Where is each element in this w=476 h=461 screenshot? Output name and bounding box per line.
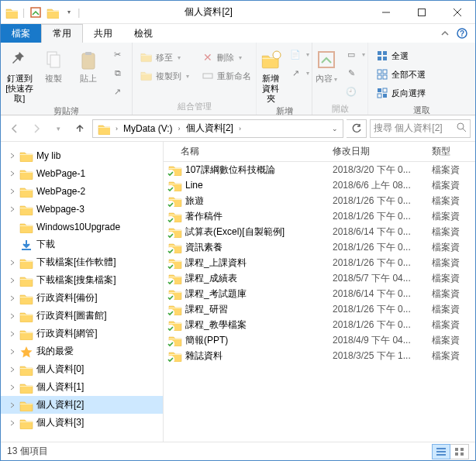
chevron-right-icon[interactable]: ›: [176, 125, 183, 132]
copy-path-button[interactable]: ⧉: [109, 64, 127, 81]
tree-expander-icon[interactable]: [7, 329, 18, 339]
select-all-button[interactable]: 全選: [373, 47, 429, 64]
collapse-ribbon-icon[interactable]: [438, 26, 452, 40]
tree-expander-icon[interactable]: [7, 293, 18, 304]
breadcrumb[interactable]: › MyData (V:) › 個人資料[2] › ⌄: [92, 119, 343, 138]
large-icons-view-button[interactable]: [450, 444, 469, 459]
tab-view[interactable]: 檢視: [123, 24, 164, 43]
pin-to-quick-access-button[interactable]: 釘選到 [快速存取]: [2, 44, 36, 104]
tree-item[interactable]: 下載檔案[佳作軟體]: [1, 253, 163, 271]
cut-button[interactable]: ✂: [109, 46, 127, 63]
easy-access-button[interactable]: ↗▾: [286, 64, 312, 81]
file-date: 2018/4/9 下午 04...: [326, 334, 426, 347]
breadcrumb-segment[interactable]: MyData (V:): [120, 120, 176, 137]
file-row[interactable]: 旅遊2018/1/26 下午 0...檔案資: [164, 193, 475, 208]
delete-button[interactable]: ✕刪除▾: [198, 49, 254, 66]
tree-item[interactable]: 個人資料[1]: [1, 378, 163, 396]
tree-expander-icon[interactable]: [7, 382, 18, 393]
forward-button[interactable]: [27, 119, 46, 138]
rename-button[interactable]: 重新命名: [198, 67, 254, 84]
tab-home[interactable]: 常用: [41, 24, 83, 43]
move-to-button[interactable]: 移至▾: [137, 49, 192, 66]
file-row[interactable]: 課程_研習2018/1/26 下午 0...檔案資: [164, 301, 475, 317]
help-icon[interactable]: ?: [455, 26, 469, 40]
tree-item[interactable]: My lib: [1, 146, 163, 164]
tree-expander-icon[interactable]: [7, 168, 18, 179]
tree-expander-icon[interactable]: [7, 418, 18, 428]
column-name[interactable]: 名稱: [164, 145, 326, 158]
refresh-button[interactable]: [347, 119, 367, 138]
tree-expander-icon[interactable]: [7, 400, 18, 411]
new-item-button[interactable]: 📄▾: [286, 46, 312, 63]
tree-expander-icon[interactable]: [7, 257, 18, 268]
back-button[interactable]: [5, 119, 24, 138]
breadcrumb-dropdown-icon[interactable]: ⌄: [329, 120, 341, 137]
copy-button[interactable]: 複製: [36, 44, 71, 84]
tab-file[interactable]: 檔案: [1, 24, 41, 43]
tree-expander-icon[interactable]: [7, 364, 18, 375]
tree-expander-icon[interactable]: [7, 204, 18, 215]
tree-expander-icon[interactable]: [7, 275, 18, 286]
chevron-right-icon[interactable]: ›: [113, 125, 120, 132]
tree-item[interactable]: 行政資料[備份]: [1, 289, 163, 307]
tree-item[interactable]: 下載: [1, 236, 163, 253]
tree-expander-icon[interactable]: [7, 186, 18, 197]
file-row[interactable]: 簡報(PPT)2018/4/9 下午 04...檔案資: [164, 332, 475, 348]
file-row[interactable]: 課程_成績表2018/5/7 下午 04...檔案資: [164, 270, 475, 286]
tree-item[interactable]: 行政資料[圖書館]: [1, 307, 163, 325]
tree-expander-icon[interactable]: [7, 346, 18, 357]
close-button[interactable]: [440, 1, 475, 24]
edit-button[interactable]: ✎: [342, 64, 368, 81]
tab-share[interactable]: 共用: [83, 24, 123, 43]
details-view-button[interactable]: [432, 444, 450, 459]
tree-item[interactable]: 個人資料[3]: [1, 414, 163, 432]
new-folder-button[interactable]: 新增 資料夾: [258, 44, 283, 104]
select-none-button[interactable]: 全部不選: [373, 66, 429, 83]
column-date[interactable]: 修改日期: [326, 145, 426, 158]
tree-item[interactable]: WebPage-1: [1, 164, 163, 182]
paste-shortcut-button[interactable]: ↗: [109, 83, 127, 100]
tree-item[interactable]: 個人資料[2]: [1, 396, 163, 414]
folder-qat-icon[interactable]: [47, 6, 59, 19]
tree-item[interactable]: 個人資料[0]: [1, 360, 163, 378]
file-row[interactable]: 雜誌資料2018/3/25 下午 1...檔案資: [164, 348, 475, 363]
chevron-right-icon[interactable]: ›: [236, 125, 243, 132]
file-row[interactable]: 課程_考試題庫2018/6/14 下午 0...檔案資: [164, 286, 475, 301]
file-row[interactable]: 資訊素養2018/1/26 下午 0...檔案資: [164, 239, 475, 255]
column-type[interactable]: 類型: [426, 145, 475, 158]
file-row[interactable]: 107課綱數位科技概論2018/3/20 下午 0...檔案資: [164, 162, 475, 177]
invert-selection-button[interactable]: 反向選擇: [373, 84, 429, 101]
tree-expander-icon[interactable]: [7, 311, 18, 322]
file-row[interactable]: 著作稿件2018/1/26 下午 0...檔案資: [164, 208, 475, 224]
tree-item[interactable]: Windows10Upgrade: [1, 218, 163, 236]
file-row[interactable]: 課程_教學檔案2018/1/26 下午 0...檔案資: [164, 317, 475, 332]
file-list[interactable]: 107課綱數位科技概論2018/3/20 下午 0...檔案資Line2018/…: [164, 162, 475, 442]
breadcrumb-segment[interactable]: 個人資料[2]: [183, 120, 236, 137]
search-input[interactable]: 搜尋 個人資料[2]: [370, 119, 471, 138]
open-button[interactable]: ▭▾: [342, 46, 368, 63]
maximize-button[interactable]: [404, 1, 440, 24]
tree-item[interactable]: 行政資料[網管]: [1, 325, 163, 342]
history-button[interactable]: 🕘: [342, 83, 368, 100]
tree-expander-icon[interactable]: [7, 150, 18, 161]
file-name: 資訊素養: [185, 241, 222, 254]
tree-item[interactable]: 下載檔案[搜集檔案]: [1, 271, 163, 289]
file-row[interactable]: 試算表(Excel)[自製範例]2018/6/14 下午 0...檔案資: [164, 224, 475, 239]
up-button[interactable]: [71, 119, 89, 138]
minimize-button[interactable]: [368, 1, 404, 24]
tree-item[interactable]: WebPage-2: [1, 182, 163, 200]
copy-to-button[interactable]: 複製到▾: [137, 67, 192, 84]
tree-item[interactable]: Webpage-3: [1, 200, 163, 218]
column-headers[interactable]: 名稱 修改日期 類型: [164, 142, 475, 162]
navigation-tree[interactable]: My libWebPage-1WebPage-2Webpage-3Windows…: [1, 142, 164, 442]
file-type: 檔案資: [426, 287, 475, 301]
recent-locations-button[interactable]: ▾: [49, 119, 67, 138]
qat-dropdown-icon[interactable]: ▾: [65, 6, 73, 19]
sync-check-icon: [167, 247, 174, 254]
properties-qat-icon[interactable]: [29, 6, 42, 19]
file-row[interactable]: 課程_上課資料2018/1/26 下午 0...檔案資: [164, 255, 475, 270]
tree-item[interactable]: 我的最愛: [1, 342, 163, 360]
properties-button[interactable]: 內容▾: [314, 44, 339, 84]
paste-button[interactable]: 貼上: [71, 44, 105, 84]
file-row[interactable]: Line2018/6/6 上午 08...檔案資: [164, 177, 475, 193]
